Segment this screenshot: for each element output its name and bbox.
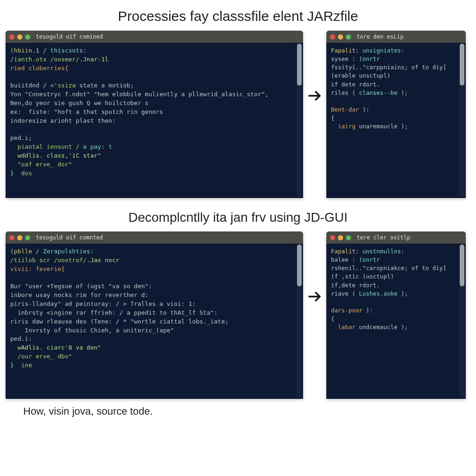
scrollbar[interactable]	[459, 244, 465, 398]
terminal-bot-left[interactable]: tesoguld oif comnted (pblle / Zerapulsht…	[6, 231, 303, 399]
scrollbar[interactable]	[297, 43, 302, 197]
maximize-icon[interactable]	[346, 34, 351, 40]
window-title: tesoguld oif comined	[36, 33, 103, 40]
terminal-content[interactable]: Fapalit: unstnmullns: balee : (onrtr rsh…	[326, 244, 466, 399]
scrollbar[interactable]	[297, 244, 302, 398]
terminal-bot-left-wrap: tesoguld oif comnted (pblle / Zerapulsht…	[6, 231, 303, 399]
terminal-bot-right[interactable]: tere cler oxitlp Fapalit: unstnmullns: b…	[326, 231, 466, 399]
maximize-icon[interactable]	[25, 34, 30, 40]
terminal-top-right[interactable]: tore den esLip Fapalit: unsigniates: sys…	[326, 31, 466, 198]
minimize-icon[interactable]	[338, 235, 343, 240]
arrow-icon	[303, 86, 326, 105]
close-icon[interactable]	[9, 34, 14, 40]
scrollbar[interactable]	[459, 43, 465, 197]
close-icon[interactable]	[330, 34, 335, 40]
arrow-icon	[303, 287, 326, 306]
terminal-content[interactable]: (hbiin.1 / thiscsots: /ianth.otx /oosmer…	[6, 43, 303, 198]
row-top: tesoguld oif comined (hbiin.1 / thiscsot…	[0, 31, 476, 198]
terminal-top-right-wrap: tore den esLip Fapalit: unsigniates: sys…	[326, 31, 466, 198]
window-title: tore den esLip	[357, 33, 403, 40]
window-title: tere cler oxitlp	[357, 234, 410, 241]
titlebar: tesoguld oif comnted	[6, 231, 303, 244]
page-title-1: Processies fay classsfile elent JARzfile	[0, 0, 476, 31]
titlebar: tere cler oxitlp	[326, 231, 466, 244]
terminal-top-left[interactable]: tesoguld oif comined (hbiin.1 / thiscsot…	[6, 31, 303, 198]
scrollbar-thumb[interactable]	[297, 245, 302, 286]
terminal-bot-right-wrap: tere cler oxitlp Fapalit: unstnmullns: b…	[326, 231, 466, 399]
titlebar: tore den esLip	[326, 31, 466, 43]
minimize-icon[interactable]	[338, 34, 343, 40]
minimize-icon[interactable]	[17, 235, 22, 240]
page-title-2: Decomplcntlly ita jan frv using JD-GUI	[0, 198, 476, 231]
terminal-top-left-wrap: tesoguld oif comined (hbiin.1 / thiscsot…	[6, 31, 303, 198]
minimize-icon[interactable]	[17, 34, 22, 40]
maximize-icon[interactable]	[346, 235, 351, 240]
window-title: tesoguld oif comnted	[36, 234, 103, 241]
row-bottom: tesoguld oif comnted (pblle / Zerapulsht…	[0, 231, 476, 399]
scrollbar-thumb[interactable]	[460, 245, 464, 286]
titlebar: tesoguld oif comined	[6, 31, 303, 43]
close-icon[interactable]	[9, 235, 14, 240]
terminal-content[interactable]: Fapalit: unsigniates: sysee : (onrtr fss…	[326, 43, 466, 198]
scrollbar-thumb[interactable]	[297, 44, 302, 86]
scrollbar-thumb[interactable]	[460, 44, 464, 86]
close-icon[interactable]	[330, 235, 335, 240]
maximize-icon[interactable]	[25, 235, 30, 240]
caption: How, visin jova, source tode.	[0, 399, 476, 417]
terminal-content[interactable]: (pblle / Zerapulshties: /tiilob scr /ooo…	[6, 244, 303, 399]
